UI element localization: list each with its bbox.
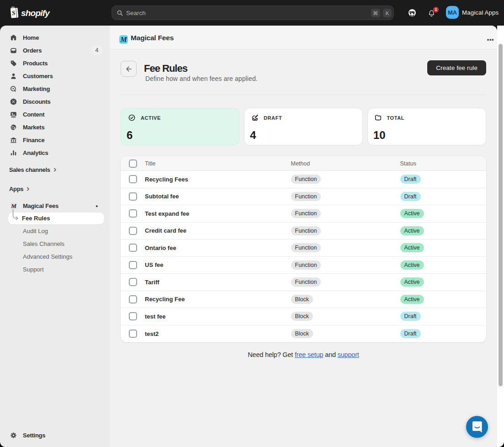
svg-text:S: S [11,9,16,16]
svg-text:$: $ [14,126,16,130]
